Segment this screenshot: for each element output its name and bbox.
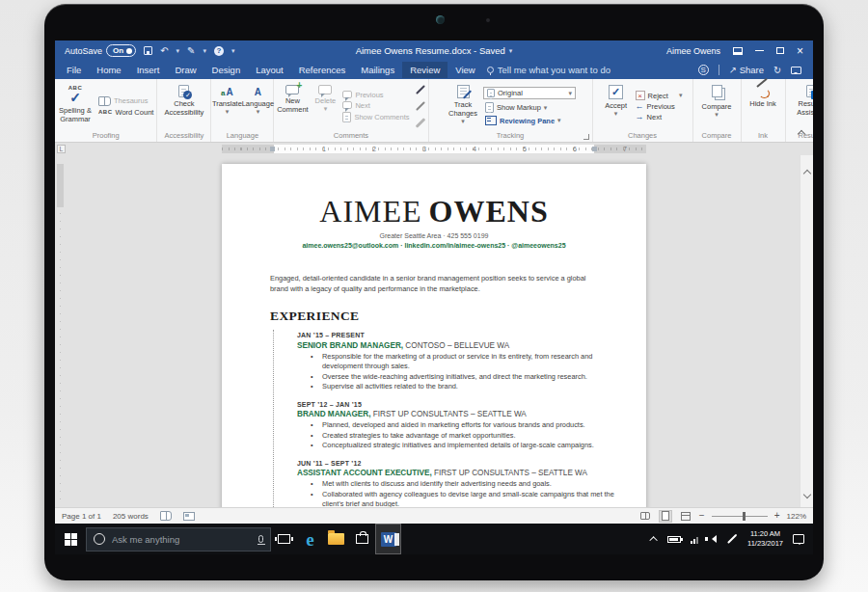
clock[interactable]: 11:20 AM 11/23/2017 — [747, 529, 783, 549]
language-button[interactable]: A Language ▾ — [243, 81, 272, 131]
start-button[interactable] — [55, 524, 86, 554]
experience-entry[interactable]: JUN ’11 – SEPT ’12 ASSISTANT ACCOUNT EXE… — [297, 460, 646, 508]
user-name[interactable]: Aimee Owens — [666, 46, 720, 56]
tab-insert[interactable]: Insert — [129, 62, 168, 78]
tab-design[interactable]: Design — [204, 62, 249, 78]
check-accessibility-button[interactable]: ✓ Check Accessibility — [161, 81, 207, 131]
help-icon[interactable]: ? — [214, 46, 224, 56]
next-comment-button[interactable]: Next — [340, 101, 411, 110]
zoom-slider-thumb[interactable] — [743, 512, 746, 521]
horizontal-ruler[interactable]: 1 2 3 4 5 6 7 — [222, 145, 646, 153]
previous-change-button[interactable]: ← Previous — [634, 102, 685, 111]
left-indent-marker[interactable] — [270, 147, 275, 151]
tab-file[interactable]: File — [59, 62, 89, 78]
show-markup-button[interactable]: Show Markup ▾ — [483, 102, 576, 113]
compare-button[interactable]: Compare ▾ — [697, 81, 736, 131]
experience-entry[interactable]: SEPT ’12 – JAN ’15 BRAND MANAGER, FIRST … — [297, 401, 646, 451]
undo-caret-icon[interactable]: ▾ — [176, 47, 180, 55]
minimize-button[interactable] — [755, 50, 764, 51]
save-icon[interactable] — [144, 46, 152, 55]
resume-contact-line2[interactable]: aimee.owens25@outlook.com · linkedin.com… — [222, 242, 646, 249]
vertical-ruler[interactable] — [55, 155, 66, 507]
tab-mailings[interactable]: Mailings — [353, 62, 402, 78]
store-button[interactable] — [349, 524, 375, 554]
new-comment-button[interactable]: + New Comment — [275, 81, 310, 131]
read-mode-button[interactable] — [638, 510, 652, 523]
experience-entry[interactable]: JAN ’15 – PRESENT SENIOR BRAND MANAGER, … — [297, 332, 646, 392]
touch-mode-caret-icon[interactable]: ▾ — [203, 47, 206, 55]
zoom-slider[interactable] — [712, 516, 768, 517]
word-taskbar-button[interactable]: W — [375, 524, 401, 554]
display-for-review-combobox[interactable]: Original ▾ — [483, 87, 576, 99]
resume-assistant-button[interactable]: in Resume Assistant — [791, 81, 814, 131]
document-page[interactable]: AIMEEOWENS Greater Seattle Area · 425 55… — [222, 164, 646, 507]
action-center-icon[interactable] — [793, 534, 804, 544]
web-layout-button[interactable] — [679, 510, 692, 523]
experience-heading[interactable]: EXPERIENCE — [270, 309, 646, 324]
scroll-down-icon[interactable] — [803, 491, 811, 498]
network-icon[interactable] — [691, 535, 698, 544]
ink-comment-icon[interactable] — [414, 84, 427, 96]
tab-layout[interactable]: Layout — [248, 62, 291, 78]
comments-panel-icon[interactable] — [791, 67, 801, 74]
ink-eraser-icon[interactable] — [414, 117, 427, 129]
activity-history-icon[interactable]: ↻ — [773, 65, 781, 75]
page-count[interactable]: Page 1 of 1 — [62, 512, 101, 521]
volume-icon[interactable] — [708, 535, 717, 543]
show-comments-button[interactable]: Show Comments — [340, 112, 411, 122]
autosave-toggle[interactable]: On — [106, 44, 136, 57]
vertical-scrollbar[interactable] — [800, 155, 813, 507]
next-change-button[interactable]: → Next — [634, 113, 685, 121]
resume-contact-line1[interactable]: Greater Seattle Area · 425 555 0199 — [222, 232, 646, 239]
word-count-button[interactable]: ABC Word Count — [96, 108, 155, 117]
tracking-dialog-launcher[interactable] — [583, 134, 589, 140]
autosave-control[interactable]: AutoSave On — [65, 44, 136, 57]
edge-button[interactable]: e — [297, 524, 323, 554]
reviewing-pane-button[interactable]: Reviewing Pane ▾ — [483, 116, 576, 125]
resume-summary[interactable]: Engaged, detail-oriented candidate in a … — [270, 273, 600, 294]
tab-references[interactable]: References — [291, 62, 354, 78]
ribbon-display-options-icon[interactable] — [733, 47, 743, 55]
restore-button[interactable] — [776, 47, 784, 54]
tab-home[interactable]: Home — [89, 62, 128, 78]
tray-expand-icon[interactable] — [649, 536, 657, 544]
resume-name[interactable]: AIMEEOWENS — [222, 196, 646, 227]
task-view-button[interactable] — [271, 524, 297, 554]
zoom-in-button[interactable]: + — [774, 511, 780, 521]
thesaurus-button[interactable]: Thesaurus — [96, 96, 155, 106]
ink-pen-icon[interactable] — [414, 100, 427, 113]
battery-icon[interactable] — [667, 536, 681, 543]
touch-mode-icon[interactable]: ✎ — [187, 46, 195, 56]
customize-qat-icon[interactable]: ▾ — [231, 47, 235, 55]
title-caret-icon[interactable]: ▾ — [509, 47, 513, 55]
share-button[interactable]: ↗ Share — [729, 65, 764, 75]
cortana-search-box[interactable] — [86, 527, 271, 552]
zoom-level[interactable]: 122% — [787, 512, 806, 521]
search-input[interactable] — [112, 534, 252, 545]
display-settings-icon[interactable] — [183, 512, 195, 521]
tab-review[interactable]: Review — [402, 62, 448, 78]
skype-icon[interactable]: S — [698, 65, 709, 75]
file-explorer-button[interactable] — [323, 524, 349, 554]
accept-button[interactable]: ✓ Accept ▾ — [601, 81, 632, 131]
right-indent-marker[interactable] — [592, 147, 597, 151]
track-changes-button[interactable]: Track Changes ▾ — [445, 81, 481, 131]
zoom-out-button[interactable]: − — [699, 511, 705, 521]
proofing-status-icon[interactable] — [160, 511, 172, 521]
tab-view[interactable]: View — [448, 62, 482, 78]
pen-settings-icon[interactable] — [727, 534, 737, 544]
tell-me-box[interactable]: Tell me what you want to do — [487, 65, 610, 75]
tab-stop-selector[interactable]: L — [57, 145, 66, 153]
close-button[interactable]: × — [797, 45, 803, 57]
print-layout-button[interactable] — [659, 510, 672, 523]
microphone-icon[interactable] — [258, 535, 263, 543]
tab-draw[interactable]: Draw — [167, 62, 203, 78]
reject-button[interactable]: × Reject ▾ — [634, 91, 685, 100]
translate-button[interactable]: aA Translate ▾ — [212, 81, 241, 131]
previous-comment-button[interactable]: Previous — [340, 91, 411, 99]
word-count[interactable]: 205 words — [113, 512, 149, 521]
spelling-grammar-button[interactable]: ABC ✓ Spelling & Grammar — [56, 81, 95, 131]
undo-icon[interactable]: ↶ — [160, 46, 168, 56]
scroll-up-icon[interactable] — [803, 170, 811, 177]
delete-comment-button[interactable]: Delete ▾ — [312, 81, 339, 131]
